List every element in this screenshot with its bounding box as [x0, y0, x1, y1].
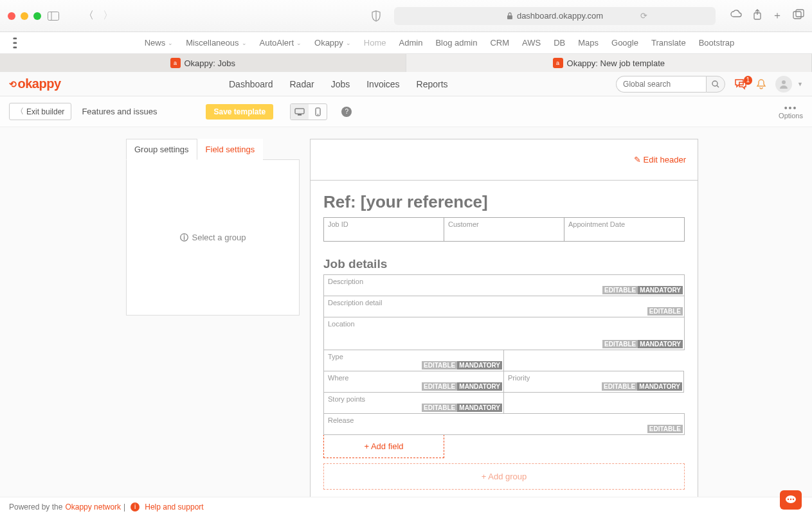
field-story-points[interactable]: Story points EDITABLEMANDATORY: [323, 392, 504, 414]
reload-icon[interactable]: ⟳: [640, 11, 647, 21]
empty-message: Select a group: [192, 233, 246, 242]
okappy-network-link[interactable]: Okappy network: [65, 503, 121, 512]
svg-point-14: [788, 499, 789, 500]
features-link[interactable]: Features and issues: [82, 107, 157, 116]
nav-reports[interactable]: Reports: [417, 79, 448, 89]
cloud-icon[interactable]: [730, 9, 743, 22]
svg-rect-5: [796, 10, 804, 17]
notification-icon[interactable]: [756, 78, 766, 90]
browser-tabs: a Okappy: Jobs a Okappy: New job templat…: [0, 54, 812, 72]
meta-appointment[interactable]: Appointment Date: [564, 218, 684, 241]
field-where[interactable]: Where EDITABLEMANDATORY: [323, 371, 504, 393]
apps-grid-icon[interactable]: ▪▪▪▪▪▪▪▪▪: [13, 36, 16, 49]
field-priority[interactable]: Priority EDITABLEMANDATORY: [503, 371, 684, 393]
fields-container: Description EDITABLEMANDATORY Descriptio…: [323, 274, 685, 490]
bookmark-google[interactable]: Google: [611, 38, 638, 48]
bookmark-crm[interactable]: CRM: [490, 38, 509, 48]
svg-rect-0: [48, 12, 59, 20]
chat-badge: 1: [744, 76, 753, 85]
url-bar[interactable]: dashboard.okappy.com ⟳: [394, 7, 716, 25]
browser-chrome: 〈 〉 dashboard.okappy.com ⟳ ＋: [0, 0, 812, 32]
okappy-favicon: a: [170, 58, 181, 68]
main-nav: Dashboard Radar Jobs Invoices Reports: [61, 79, 617, 89]
bookmark-bar: ▪▪▪▪▪▪▪▪▪ News⌄ Miscellaneous⌄ AutoAlert…: [0, 32, 812, 54]
section-job-details: Job details: [311, 242, 698, 275]
bookmark-translate[interactable]: Translate: [651, 38, 686, 48]
bookmark-news[interactable]: News⌄: [145, 38, 174, 48]
bookmark-db[interactable]: DB: [554, 38, 565, 48]
options-menu[interactable]: ••• Options: [779, 104, 803, 120]
user-menu[interactable]: [775, 76, 792, 93]
bookmark-aws[interactable]: AWS: [522, 38, 541, 48]
tab-field-settings[interactable]: Field settings: [197, 139, 264, 160]
chat-bubble-icon[interactable]: [780, 490, 802, 510]
add-group-button[interactable]: + Add group: [323, 463, 685, 490]
field-type[interactable]: Type EDITABLEMANDATORY: [323, 350, 504, 371]
sidebar-toggle-icon[interactable]: [48, 12, 59, 21]
field-location[interactable]: Location EDITABLEMANDATORY: [323, 317, 685, 350]
bookmark-misc[interactable]: Miscellaneous⌄: [186, 38, 246, 48]
workspace: Group settings Field settings ⓘ Select a…: [0, 127, 812, 513]
add-field-button[interactable]: + Add field: [323, 434, 444, 458]
save-template-button[interactable]: Save template: [206, 104, 273, 120]
chat-icon[interactable]: 1: [734, 78, 747, 90]
field-description-detail[interactable]: Description detail EDITABLE: [323, 296, 685, 317]
bookmark-blogadmin[interactable]: Blog admin: [435, 38, 477, 48]
chevron-left-icon: 〈: [16, 106, 24, 117]
svg-rect-9: [295, 109, 304, 114]
close-window-icon[interactable]: [8, 12, 15, 20]
meta-job-id[interactable]: Job ID: [324, 218, 444, 241]
share-icon[interactable]: [753, 9, 762, 22]
search-input[interactable]: [616, 76, 706, 93]
info-icon: i: [131, 503, 140, 512]
bookmark-okappy[interactable]: Okappy⌄: [314, 38, 351, 48]
field-release[interactable]: Release EDITABLE: [323, 413, 685, 435]
lock-icon: [507, 12, 513, 20]
url-text: dashboard.okappy.com: [517, 11, 603, 21]
logo[interactable]: okappy: [9, 76, 61, 91]
new-tab-icon[interactable]: ＋: [772, 9, 782, 22]
meta-row: Job ID Customer Appointment Date: [323, 217, 685, 242]
tabs-overview-icon[interactable]: [793, 9, 804, 22]
back-icon[interactable]: 〈: [84, 9, 94, 22]
svg-point-16: [793, 499, 794, 500]
shield-icon[interactable]: [371, 10, 381, 22]
help-support-link[interactable]: Help and support: [145, 503, 203, 512]
maximize-window-icon[interactable]: [33, 12, 41, 20]
browser-tab-new-template[interactable]: a Okappy: New job template: [406, 54, 813, 72]
bookmark-autoalert[interactable]: AutoAlert⌄: [260, 38, 302, 48]
tab-group-settings[interactable]: Group settings: [126, 139, 197, 160]
traffic-lights: [8, 12, 41, 20]
footer: Powered by the Okappy network | i Help a…: [0, 497, 812, 513]
global-search: [616, 76, 725, 93]
nav-invoices[interactable]: Invoices: [366, 79, 399, 89]
user-menu-chevron[interactable]: ▼: [797, 81, 803, 87]
minimize-window-icon[interactable]: [21, 12, 28, 20]
meta-customer[interactable]: Customer: [444, 218, 564, 241]
nav-dashboard[interactable]: Dashboard: [229, 79, 273, 89]
bookmark-home[interactable]: Home: [364, 38, 386, 48]
template-canvas: ✎ Edit header Ref: [your reference] Job …: [310, 139, 698, 503]
svg-rect-2: [507, 15, 512, 19]
edit-header-link[interactable]: ✎ Edit header: [634, 155, 687, 165]
help-icon[interactable]: ?: [341, 107, 352, 117]
bookmark-maps[interactable]: Maps: [578, 38, 599, 48]
field-description[interactable]: Description EDITABLEMANDATORY: [323, 274, 685, 296]
mobile-view-icon[interactable]: [309, 104, 327, 120]
more-icon: •••: [779, 104, 803, 112]
device-toggle: [290, 103, 327, 120]
svg-rect-10: [298, 114, 302, 116]
bookmark-admin[interactable]: Admin: [399, 38, 423, 48]
forward-icon[interactable]: 〉: [103, 9, 113, 22]
bookmark-bootstrap[interactable]: Bootstrap: [699, 38, 735, 48]
exit-builder-button[interactable]: 〈Exit builder: [9, 103, 71, 120]
nav-radar[interactable]: Radar: [290, 79, 314, 89]
pencil-icon: ✎: [634, 155, 641, 165]
search-button[interactable]: [706, 76, 725, 93]
nav-jobs[interactable]: Jobs: [331, 79, 350, 89]
svg-line-7: [717, 85, 719, 87]
desktop-view-icon[interactable]: [291, 104, 309, 120]
svg-rect-4: [793, 12, 801, 19]
svg-point-15: [790, 499, 791, 500]
browser-tab-jobs[interactable]: a Okappy: Jobs: [0, 54, 406, 72]
